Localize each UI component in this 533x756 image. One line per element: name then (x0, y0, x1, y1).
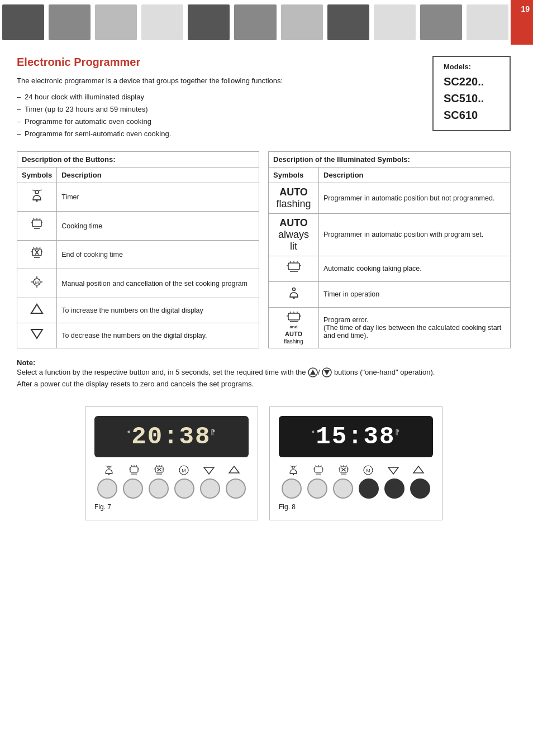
bar-seg-5 (188, 4, 230, 40)
bar-seg-7 (281, 4, 323, 40)
buttons-col-symbols: Symbols (17, 167, 57, 183)
bar-seg-2 (49, 4, 91, 40)
svg-text:M: M (35, 280, 39, 285)
table-row: Automatic cooking taking place. (269, 256, 511, 281)
auto-lit-desc: Programmer in automatic position with pr… (319, 213, 511, 256)
tables-row: Description of the Buttons: Symbols Desc… (17, 151, 511, 348)
up-button-inline-icon (308, 367, 318, 377)
table-row: Cooking time (17, 212, 259, 240)
svg-marker-99 (413, 466, 423, 473)
table-row: To decrease the numbers on the digital d… (17, 323, 259, 348)
fig8-btn-cooking[interactable] (307, 479, 327, 499)
fig8-timer-icon (287, 464, 299, 476)
svg-line-79 (294, 466, 297, 467)
svg-line-4 (39, 190, 42, 191)
fig7-btn-end-cooking[interactable] (149, 479, 169, 499)
fig7-down-icon (203, 464, 215, 476)
end-cooking-svg-icon (28, 245, 45, 262)
table-row: and AUTO flashing Program error.(The tim… (269, 307, 511, 348)
cooking-time-svg-icon (28, 216, 45, 233)
main-content: Electronic Programmer The electronic pro… (0, 45, 533, 532)
fig7-btn-up[interactable] (226, 479, 246, 499)
bar-seg-10 (420, 4, 462, 40)
fig7-btn-manual[interactable] (174, 479, 194, 499)
timer-bell-svg-icon (28, 188, 45, 204)
svg-point-2 (36, 200, 38, 202)
fig8-sup-left: ⁌ (311, 429, 316, 437)
bullet-1: 24 hour clock with illuminated display (17, 91, 283, 103)
symbol-manual: M (17, 269, 57, 298)
models-label: Models: (444, 63, 499, 71)
bar-seg-9 (374, 4, 416, 40)
decrease-desc: To decrease the numbers on the digital d… (57, 323, 259, 348)
fig8-down-icon (387, 464, 399, 476)
svg-marker-49 (324, 370, 330, 375)
svg-line-14 (40, 247, 40, 248)
svg-text:M: M (367, 468, 371, 473)
auto-cooking-svg-icon (285, 260, 303, 275)
svg-point-0 (35, 190, 39, 194)
svg-line-7 (40, 218, 40, 219)
fig7-manual-icon: M (178, 464, 190, 476)
fig7-timer-icon (103, 464, 115, 476)
note-text-1: Select a function by the respective butt… (17, 368, 435, 376)
svg-point-36 (292, 288, 295, 290)
manual-desc: Manual position and cancellation of the … (57, 269, 259, 298)
bar-seg-4 (141, 4, 183, 40)
fig7-display: ⁌20:38⁋ (94, 416, 249, 457)
svg-line-78 (290, 466, 292, 467)
auto-flashing-desc: Programmer in automatic position but not… (319, 183, 511, 213)
page-number: 19 (521, 4, 530, 13)
bar-seg-3 (95, 4, 137, 40)
svg-point-50 (108, 466, 110, 468)
fig7-btn-down[interactable] (200, 479, 220, 499)
svg-line-5 (34, 218, 34, 219)
models-list: SC220.. SC510.. SC610 (444, 73, 499, 123)
bar-seg-6 (234, 4, 276, 40)
fig7-btn-cooking[interactable] (123, 479, 143, 499)
fig7-btn-timer[interactable] (97, 479, 117, 499)
fig8-btn-up[interactable] (410, 479, 430, 499)
table-row: AUTO always lit Programmer in automatic … (269, 213, 511, 256)
fig8-button-row (279, 479, 433, 499)
bar-seg-8 (327, 4, 369, 40)
program-error-pot-svg-icon (286, 311, 302, 323)
svg-point-75 (292, 466, 294, 468)
table-row: M Manual position and cancellation of th… (17, 269, 259, 298)
svg-marker-28 (31, 329, 42, 338)
fig7-button-row (94, 479, 249, 499)
svg-point-38 (293, 297, 294, 299)
fig8-cooking-icon (312, 464, 325, 476)
buttons-col-desc: Description (57, 167, 259, 183)
fig8-btn-timer[interactable] (282, 479, 302, 499)
buttons-table-title: Description of the Buttons: (17, 151, 259, 167)
symbol-increase (17, 298, 57, 323)
fig8-btn-manual[interactable] (359, 479, 379, 499)
symbol-auto-flashing: AUTO flashing (269, 183, 319, 213)
svg-line-12 (34, 247, 34, 248)
buttons-table: Description of the Buttons: Symbols Desc… (17, 151, 259, 348)
intro-list: 24 hour clock with illuminated display T… (17, 91, 283, 140)
symbols-table-title: Description of the Illuminated Symbols: (269, 151, 511, 167)
down-button-inline-icon (322, 367, 332, 377)
fig7-display-time: ⁌20:38⁋ (100, 423, 243, 451)
auto-cooking-desc: Automatic cooking taking place. (319, 256, 511, 281)
symbol-auto-cooking (269, 256, 319, 281)
figure-7-box: ⁌20:38⁋ (85, 406, 258, 520)
svg-marker-47 (310, 370, 316, 375)
fig8-manual-icon: M (362, 464, 374, 476)
fig8-up-icon (412, 464, 425, 476)
table-row: Timer in operation (269, 281, 511, 307)
section-title: Electronic Programmer (17, 56, 283, 69)
top-decorative-bar: 19 (0, 0, 533, 45)
fig8-btn-end-cooking[interactable] (333, 479, 353, 499)
symbol-end-cooking (17, 240, 57, 269)
figures-row: ⁌20:38⁋ (17, 406, 511, 520)
fig7-sup-right: ⁋ (211, 429, 216, 437)
fig8-btn-down[interactable] (384, 479, 404, 499)
flashing-label: flashing (284, 338, 303, 344)
fig8-sup-right: ⁋ (395, 429, 400, 437)
fig7-up-icon (228, 464, 240, 476)
fig7-icon-row: M (94, 464, 249, 476)
note-section: Note: Select a function by the respectiv… (17, 358, 511, 390)
